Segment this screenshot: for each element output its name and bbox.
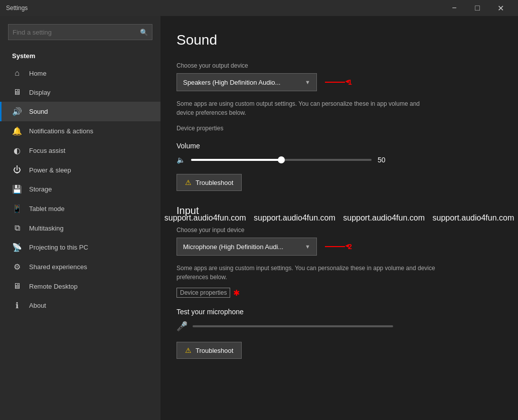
output-section: Choose your output device Speakers (High… (177, 62, 494, 191)
sidebar-item-power[interactable]: ⏻ Power & sleep (0, 160, 160, 179)
page-title: Sound (177, 32, 494, 48)
input-troubleshoot-label: Troubleshoot (196, 347, 233, 354)
notifications-icon: 🔔 (12, 126, 22, 136)
shared-icon: ⚙ (12, 262, 22, 272)
app-body: 🔍 System ⌂ Home 🖥 Display 🔊 Sound 🔔 Noti… (0, 16, 518, 420)
sidebar-item-projecting[interactable]: 📡 Projecting to this PC (0, 238, 160, 257)
sidebar-item-label: Power & sleep (29, 166, 71, 174)
sidebar-item-label: Notifications & actions (29, 127, 93, 135)
sidebar-item-label: Multitasking (29, 225, 64, 232)
output-device-label: Choose your output device (177, 62, 494, 69)
search-input[interactable] (13, 29, 140, 36)
power-icon: ⏻ (12, 165, 22, 174)
microphone-icon: 🎤 (177, 321, 188, 332)
window-controls: − □ ✕ (443, 0, 512, 16)
title-bar: Settings − □ ✕ (0, 0, 518, 16)
arrow-line-1 (325, 82, 345, 83)
sidebar-item-notifications[interactable]: 🔔 Notifications & actions (0, 121, 160, 141)
sidebar-item-about[interactable]: ℹ About (0, 296, 160, 315)
arrow-line-2 (325, 246, 345, 247)
annotation-2: 2 (325, 243, 352, 251)
main-content: support.audio4fun.com support.audio4fun.… (160, 16, 518, 420)
tablet-icon: 📱 (12, 204, 22, 214)
sidebar-item-label: Display (29, 89, 51, 96)
sidebar-item-home[interactable]: ⌂ Home (0, 64, 160, 83)
input-device-dropdown[interactable]: Microphone (High Definition Audi... ▼ (177, 238, 317, 256)
output-device-dropdown[interactable]: Speakers (High Definition Audio... ▼ (177, 73, 317, 91)
warning-icon-2: ⚠ (185, 346, 192, 354)
input-device-label: Choose your input device (177, 227, 494, 234)
about-icon: ℹ (12, 301, 22, 310)
sidebar: 🔍 System ⌂ Home 🖥 Display 🔊 Sound 🔔 Noti… (0, 16, 160, 420)
search-box[interactable]: 🔍 (8, 24, 152, 40)
system-label: System (0, 48, 160, 64)
output-troubleshoot-label: Troubleshoot (196, 179, 233, 186)
volume-slider[interactable] (191, 159, 372, 161)
mic-level-bar (193, 325, 393, 327)
app-title: Settings (6, 5, 28, 12)
input-section: Input Choose your input device Microphon… (177, 205, 494, 359)
sidebar-item-display[interactable]: 🖥 Display (0, 83, 160, 102)
maximize-button[interactable]: □ (466, 0, 489, 16)
sidebar-item-label: Tablet mode (29, 205, 65, 213)
output-dropdown-row: Speakers (High Definition Audio... ▼ 1 (177, 73, 494, 91)
sidebar-item-multitasking[interactable]: ⧉ Multitasking (0, 219, 160, 238)
star-marker: ✱ (233, 288, 240, 298)
volume-slider-thumb[interactable] (278, 156, 285, 163)
annotation-1: 1 (325, 78, 352, 86)
storage-icon: 💾 (12, 184, 22, 194)
multitasking-icon: ⧉ (12, 224, 22, 233)
sidebar-item-label: Shared experiences (29, 263, 87, 271)
chevron-down-icon-2: ▼ (305, 244, 310, 250)
sidebar-item-label: Remote Desktop (29, 283, 78, 290)
sidebar-item-label: Sound (29, 108, 48, 115)
sidebar-item-label: About (29, 302, 46, 309)
warning-icon: ⚠ (185, 178, 192, 186)
sidebar-item-remote[interactable]: 🖥 Remote Desktop (0, 277, 160, 296)
chevron-down-icon: ▼ (305, 79, 310, 85)
sidebar-item-storage[interactable]: 💾 Storage (0, 179, 160, 199)
remote-icon: 🖥 (12, 282, 22, 291)
sidebar-item-shared[interactable]: ⚙ Shared experiences (0, 257, 160, 277)
sidebar-item-label: Projecting to this PC (29, 244, 88, 251)
search-icon: 🔍 (140, 29, 148, 36)
sidebar-item-label: Home (29, 70, 47, 77)
input-section-title: Input (177, 205, 494, 217)
volume-icon: 🔈 (177, 156, 185, 164)
volume-section: Volume 🔈 50 (177, 142, 494, 164)
sidebar-item-tablet[interactable]: 📱 Tablet mode (0, 199, 160, 219)
sound-icon: 🔊 (12, 107, 22, 116)
input-description: Some apps are using custom input setting… (177, 264, 437, 282)
home-icon: ⌂ (12, 69, 22, 78)
input-device-value: Microphone (High Definition Audi... (183, 243, 283, 251)
mic-test-row: 🎤 (177, 321, 494, 332)
close-button[interactable]: ✕ (489, 0, 512, 16)
output-troubleshoot-button[interactable]: ⚠ Troubleshoot (177, 174, 242, 191)
output-device-properties-link[interactable]: Device properties (177, 125, 223, 132)
focus-icon: ◐ (12, 146, 22, 155)
input-device-properties-link[interactable]: Device properties (177, 288, 230, 298)
minimize-button[interactable]: − (443, 0, 466, 16)
input-troubleshoot-button[interactable]: ⚠ Troubleshoot (177, 342, 242, 359)
display-icon: 🖥 (12, 88, 22, 97)
projecting-icon: 📡 (12, 243, 22, 252)
output-device-value: Speakers (High Definition Audio... (183, 79, 280, 86)
output-description: Some apps are using custom output settin… (177, 99, 437, 117)
sidebar-item-sound[interactable]: 🔊 Sound (0, 102, 160, 121)
volume-label: Volume (177, 142, 494, 150)
input-dropdown-row: Microphone (High Definition Audi... ▼ 2 (177, 238, 494, 256)
volume-value: 50 (378, 156, 393, 164)
test-mic-label: Test your microphone (177, 308, 494, 316)
sidebar-item-label: Storage (29, 185, 52, 193)
volume-row: 🔈 50 (177, 156, 494, 164)
volume-slider-fill (191, 159, 281, 161)
sidebar-item-label: Focus assist (29, 147, 65, 154)
input-device-properties-row: Device properties ✱ (177, 288, 494, 298)
sidebar-item-focus[interactable]: ◐ Focus assist (0, 141, 160, 160)
